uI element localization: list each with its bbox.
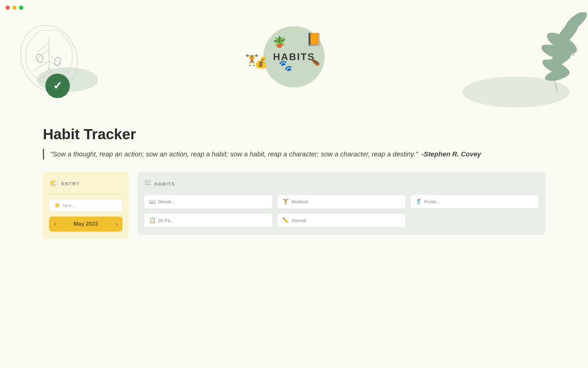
close-button[interactable]: [6, 6, 10, 10]
paw-icon: 🐾: [279, 59, 292, 72]
new-entry-button[interactable]: ☀️ New ...: [49, 199, 123, 212]
habits-card: HABITS 📖 Devoti... 🏋️ Workout 🥤 Protei..…: [138, 172, 545, 235]
protein-label: Protei...: [424, 199, 440, 204]
svg-point-9: [36, 53, 44, 63]
feather-icon: 🪶: [311, 59, 322, 69]
watering-can-icon: 🪴: [273, 35, 286, 48]
workout-icon: 🏋️: [282, 198, 289, 205]
next-month-arrow[interactable]: ›: [116, 221, 118, 227]
journal-label: Journal: [291, 218, 306, 223]
new-entry-icon: ☀️: [54, 202, 60, 208]
workout-label: Workout: [291, 199, 308, 204]
devoti-icon: 📖: [149, 198, 156, 205]
pages-icon: 📋: [149, 217, 156, 224]
cards-row: 🌤️ ENTRY ☀️ New ... ‹ May 2023 ›: [43, 172, 545, 239]
habit-protein-button[interactable]: 🥤 Protei...: [410, 194, 539, 209]
traffic-lights: [6, 6, 23, 10]
maximize-button[interactable]: [19, 6, 23, 10]
svg-line-5: [34, 61, 49, 71]
habits-card-title: HABITS: [154, 181, 175, 186]
entry-card-icon: 🌤️: [49, 179, 58, 188]
habit-pages-button[interactable]: 📋 20 Pa...: [144, 213, 273, 228]
habits-grid: 📖 Devoti... 🏋️ Workout 🥤 Protei... 📋 20 …: [144, 194, 539, 228]
svg-line-3: [49, 55, 61, 64]
main-content: Habit Tracker "Sow a thought, reap an ac…: [0, 113, 588, 251]
habit-devoti-button[interactable]: 📖 Devoti...: [144, 194, 273, 209]
quote-text: "Sow a thought, reap an action; sow an a…: [50, 149, 545, 159]
quote-block: "Sow a thought, reap an action; sow an a…: [43, 149, 545, 159]
journal-icon: ✏️: [282, 217, 289, 224]
banner: 🏋️ 🪴 📙 💰 🐾 🪶 HABITS: [0, 0, 588, 113]
new-entry-label: New ...: [63, 203, 76, 208]
entry-card: 🌤️ ENTRY ☀️ New ... ‹ May 2023 ›: [43, 172, 129, 239]
page-title: Habit Tracker: [43, 126, 545, 143]
entry-card-header: 🌤️ ENTRY: [49, 179, 123, 188]
devoti-label: Devoti...: [158, 199, 175, 204]
entry-card-divider: [49, 194, 123, 194]
pages-label: 20 Pa...: [158, 218, 174, 223]
book-icon: 📙: [306, 32, 322, 47]
habits-card-icon: [144, 179, 151, 188]
prev-month-arrow[interactable]: ‹: [54, 221, 56, 227]
entry-card-title: ENTRY: [61, 181, 80, 186]
habit-workout-button[interactable]: 🏋️ Workout: [277, 194, 406, 209]
check-circle-icon: [45, 74, 70, 98]
month-nav[interactable]: ‹ May 2023 ›: [49, 217, 123, 232]
protein-icon: 🥤: [415, 198, 422, 205]
habits-card-header: HABITS: [144, 179, 539, 188]
habit-journal-button[interactable]: ✏️ Journal: [277, 213, 406, 228]
month-nav-label: May 2023: [74, 221, 98, 227]
logo-circle: 🏋️ 🪴 📙 💰 🐾 🪶 HABITS: [263, 26, 325, 87]
logo-area: 🏋️ 🪴 📙 💰 🐾 🪶 HABITS: [263, 26, 325, 87]
quote-author: -Stephen R. Covey: [421, 150, 481, 158]
minimize-button[interactable]: [12, 6, 17, 10]
money-bag-icon: 💰: [254, 56, 268, 69]
green-blob-right: [462, 77, 570, 107]
